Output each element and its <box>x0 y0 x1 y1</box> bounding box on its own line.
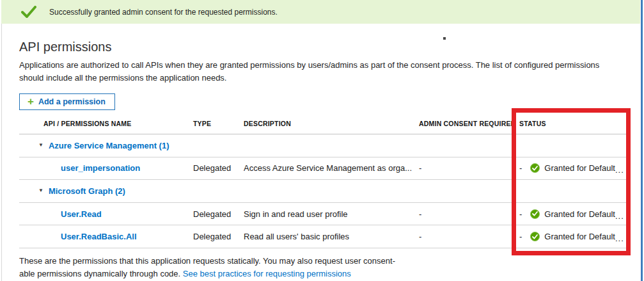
admin-consent-value: - <box>419 232 519 241</box>
status-dash: - <box>519 209 522 219</box>
group-cell: ▼ Microsoft Graph (2) <box>19 186 627 196</box>
status-dash: - <box>519 163 522 173</box>
expander-icon: ▼ <box>38 188 43 193</box>
header-description: DESCRIPTION <box>244 120 419 127</box>
permissions-table: API / PERMISSIONS NAME TYPE DESCRIPTION … <box>19 113 627 248</box>
status-text: Granted for Default <box>544 209 615 219</box>
footer-note: These are the permissions that this appl… <box>19 255 432 280</box>
group-cell: ▼ Azure Service Management (1) <box>19 141 627 150</box>
status-cell: - Granted for Default ... <box>519 232 627 241</box>
footer-text-line1: These are the permissions that this appl… <box>19 256 395 266</box>
permission-description: Sign in and read user profile <box>244 209 419 219</box>
api-permissions-page: Successfully granted admin consent for t… <box>0 0 644 281</box>
admin-consent-value: - <box>419 163 519 173</box>
banner-message: Successfully granted admin consent for t… <box>49 8 278 17</box>
success-check-icon <box>21 6 36 19</box>
expander-icon: ▼ <box>38 143 43 148</box>
table-header-row: API / PERMISSIONS NAME TYPE DESCRIPTION … <box>19 113 627 134</box>
window-edge-line <box>641 0 643 281</box>
panel-left-border <box>1 0 2 281</box>
group-name: Azure Service Management (1) <box>49 141 169 150</box>
page-title: API permissions <box>19 40 112 54</box>
status-truncation: ... <box>615 234 624 243</box>
table-row-user-impersonation: user_impersonation Delegated Access Azur… <box>19 157 627 181</box>
add-permission-label: Add a permission <box>38 97 106 106</box>
group-row-microsoft-graph[interactable]: ▼ Microsoft Graph (2) <box>19 180 627 203</box>
header-type: TYPE <box>193 120 244 127</box>
footer-text-line2: able permissions dynamically through cod… <box>19 269 183 278</box>
status-text: Granted for Default <box>544 232 615 241</box>
admin-consent-value: - <box>419 209 519 219</box>
page-description: Applications are authorized to call APIs… <box>19 59 624 84</box>
granted-check-icon <box>530 163 540 173</box>
best-practices-link[interactable]: See best practices for requesting permis… <box>183 269 351 278</box>
status-dash: - <box>519 232 522 241</box>
table-row-user-read: User.Read Delegated Sign in and read use… <box>19 203 627 226</box>
permission-link[interactable]: User.ReadBasic.All <box>19 232 193 241</box>
group-row-azure-service-management[interactable]: ▼ Azure Service Management (1) <box>19 134 627 157</box>
permission-type: Delegated <box>193 163 244 173</box>
add-permission-button[interactable]: + Add a permission <box>19 93 115 110</box>
table-row-user-readbasic-all: User.ReadBasic.All Delegated Read all us… <box>19 225 627 248</box>
granted-check-icon <box>530 232 540 241</box>
status-text: Granted for Default <box>544 163 615 173</box>
header-api-permissions-name: API / PERMISSIONS NAME <box>19 120 193 127</box>
granted-check-icon <box>530 209 540 219</box>
status-truncation: ... <box>615 211 624 221</box>
status-cell: - Granted for Default ... <box>519 163 627 173</box>
status-truncation: ... <box>615 165 624 175</box>
status-cell: - Granted for Default ... <box>519 209 627 219</box>
permission-description: Read all users' basic profiles <box>244 232 419 241</box>
header-status: STATUS <box>519 120 627 127</box>
header-admin-consent-required: ADMIN CONSENT REQUIRED <box>419 120 519 127</box>
dot-artifact <box>443 37 446 40</box>
permission-description: Access Azure Service Management as orga.… <box>244 163 419 173</box>
permission-link[interactable]: User.Read <box>19 209 193 219</box>
plus-icon: + <box>27 96 34 107</box>
permission-link[interactable]: user_impersonation <box>19 163 193 173</box>
permission-type: Delegated <box>193 232 244 241</box>
permission-type: Delegated <box>193 209 244 219</box>
success-banner: Successfully granted admin consent for t… <box>1 0 640 24</box>
group-name: Microsoft Graph (2) <box>49 186 125 196</box>
